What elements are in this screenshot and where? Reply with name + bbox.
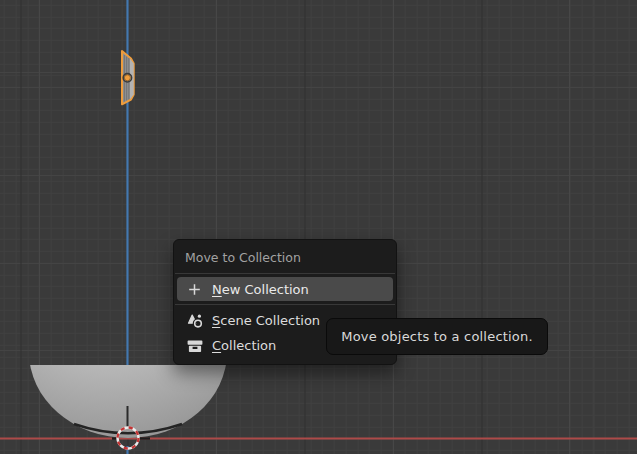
tooltip-text: Move objects to a collection. <box>341 329 533 344</box>
tooltip: Move objects to a collection. <box>326 318 548 355</box>
menu-item-label: New Collection <box>212 282 309 297</box>
menu-item-label: Collection <box>212 338 276 353</box>
plus-icon <box>186 283 203 296</box>
menu-separator <box>175 304 395 305</box>
selected-plane-object[interactable] <box>122 51 134 104</box>
menu-separator <box>175 273 395 274</box>
menu-item-new-collection[interactable]: New Collection <box>177 277 393 301</box>
scene-collection-icon <box>186 313 203 329</box>
scene-layer <box>0 0 637 454</box>
menu-item-label: Scene Collection <box>212 313 320 328</box>
viewport-3d[interactable]: Move to Collection New Collection Scene … <box>0 0 637 454</box>
menu-title: Move to Collection <box>174 245 396 270</box>
collection-icon <box>186 338 203 354</box>
